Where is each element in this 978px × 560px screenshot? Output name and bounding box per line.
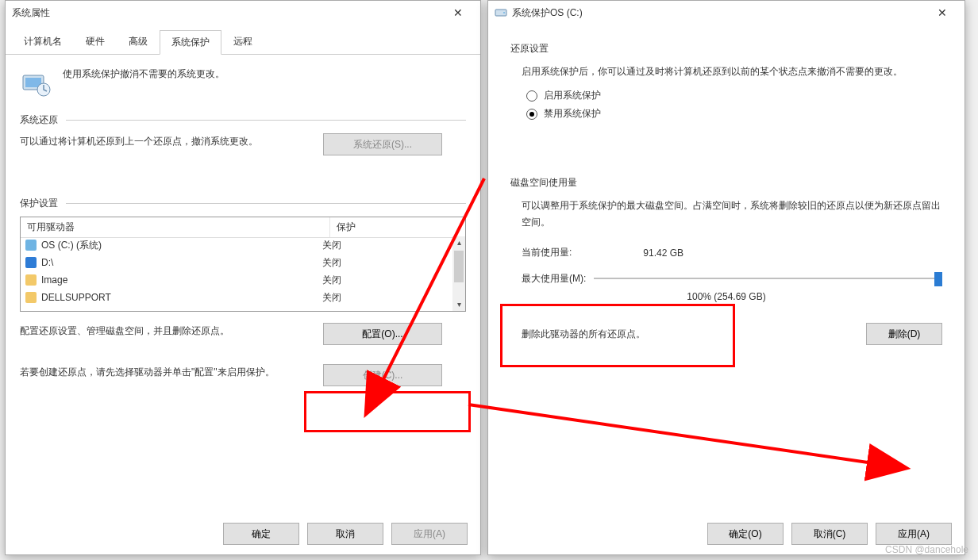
disk-usage-heading: 磁盘空间使用量 (510, 176, 942, 190)
disk-usage-desc: 可以调整用于系统保护的最大磁盘空间。占满空间时，系统将删除较旧的还原点以便为新还… (522, 198, 942, 230)
cancel-button[interactable]: 取消(C) (791, 523, 868, 545)
scrollbar[interactable]: ▴ ▾ (452, 236, 465, 311)
table-row[interactable]: D:\ 关闭 (21, 254, 452, 271)
current-usage-value: 91.42 GB (643, 247, 683, 259)
system-protection-icon (20, 67, 53, 101)
drive-icon (25, 240, 37, 251)
divider (66, 203, 466, 204)
dialog-title: 系统属性 (12, 6, 50, 20)
radio-icon (526, 90, 537, 102)
dialog-button-row: 确定 取消 应用(A) (223, 523, 468, 545)
tab-advanced[interactable]: 高级 (117, 29, 160, 54)
radio-enable-protection[interactable]: 启用系统保护 (526, 89, 942, 102)
col-header-status: 保护 (330, 217, 465, 237)
apply-button[interactable]: 应用(A) (876, 523, 952, 545)
scroll-thumb[interactable] (454, 251, 464, 282)
configure-desc: 配置还原设置、管理磁盘空间，并且删除还原点。 (20, 323, 288, 339)
table-row[interactable]: OS (C:) (系统) 关闭 (21, 236, 452, 254)
ok-button[interactable]: 确定(O) (707, 523, 784, 545)
section-protection-settings-heading: 保护设置 (20, 197, 58, 210)
table-row[interactable]: Image 关闭 (21, 271, 452, 289)
tab-strip: 计算机名 硬件 高级 系统保护 远程 (6, 25, 480, 55)
drive-icon (495, 6, 507, 19)
table-row[interactable]: DELLSUPPORT 关闭 (21, 289, 452, 306)
col-header-drive: 可用驱动器 (21, 217, 330, 237)
titlebar: 系统保护OS (C:) ✕ (488, 1, 965, 25)
current-usage-label: 当前使用量: (522, 246, 572, 259)
tab-hardware[interactable]: 硬件 (74, 29, 117, 54)
restore-settings-heading: 还原设置 (510, 42, 942, 56)
delete-desc: 删除此驱动器的所有还原点。 (522, 328, 645, 341)
section-system-restore-heading: 系统还原 (20, 113, 58, 127)
system-restore-button[interactable]: 系统还原(S)... (323, 133, 442, 155)
tab-remote[interactable]: 远程 (221, 29, 264, 54)
radio-checked-icon (526, 109, 537, 120)
drive-table: 可用驱动器 保护 OS (C:) (系统) 关闭 D:\ 关闭 Image 关闭… (20, 217, 466, 312)
radio-disable-protection[interactable]: 禁用系统保护 (526, 107, 942, 121)
close-icon[interactable]: ✕ (442, 2, 474, 24)
max-usage-slider[interactable] (594, 270, 942, 286)
system-properties-dialog: 系统属性 ✕ 计算机名 硬件 高级 系统保护 远程 使用系统保护撤消不需要的系统… (5, 0, 481, 555)
configure-button[interactable]: 配置(O)... (323, 323, 442, 345)
intro-text: 使用系统保护撤消不需要的系统更改。 (63, 67, 225, 81)
system-protection-config-dialog: 系统保护OS (C:) ✕ 还原设置 启用系统保护后，你可以通过及时将计算机还原… (487, 0, 965, 555)
slider-thumb[interactable] (934, 272, 942, 286)
ok-button[interactable]: 确定 (223, 523, 299, 545)
create-desc: 若要创建还原点，请先选择驱动器并单击"配置"来启用保护。 (20, 364, 288, 380)
delete-button[interactable]: 删除(D) (866, 323, 942, 345)
watermark: CSDN @dancehole (885, 544, 968, 555)
max-usage-label: 最大使用量(M): (522, 272, 586, 286)
apply-button[interactable]: 应用(A) (391, 523, 468, 545)
cancel-button[interactable]: 取消 (307, 523, 383, 545)
create-button[interactable]: 创建(C)... (323, 364, 442, 386)
tab-panel: 使用系统保护撤消不需要的系统更改。 系统还原 可以通过将计算机还原到上一个还原点… (6, 55, 480, 386)
chevron-down-icon[interactable]: ▾ (452, 298, 465, 311)
tab-computer-name[interactable]: 计算机名 (12, 29, 74, 54)
svg-point-4 (503, 12, 505, 13)
music-icon (25, 257, 37, 268)
tab-system-protection[interactable]: 系统保护 (160, 30, 221, 55)
slider-value: 100% (254.69 GB) (510, 291, 942, 302)
dialog-title: 系统保护OS (C:) (512, 6, 583, 20)
chevron-up-icon[interactable]: ▴ (452, 236, 465, 249)
divider (66, 120, 466, 121)
close-icon[interactable]: ✕ (926, 2, 958, 24)
folder-icon (25, 274, 37, 286)
dialog-button-row: 确定(O) 取消(C) 应用(A) (707, 523, 952, 545)
folder-icon (25, 292, 37, 303)
system-restore-desc: 可以通过将计算机还原到上一个还原点，撤消系统更改。 (20, 133, 288, 149)
restore-desc: 启用系统保护后，你可以通过及时将计算机还原到以前的某个状态点来撤消不需要的更改。 (522, 63, 942, 79)
titlebar: 系统属性 ✕ (6, 1, 480, 25)
